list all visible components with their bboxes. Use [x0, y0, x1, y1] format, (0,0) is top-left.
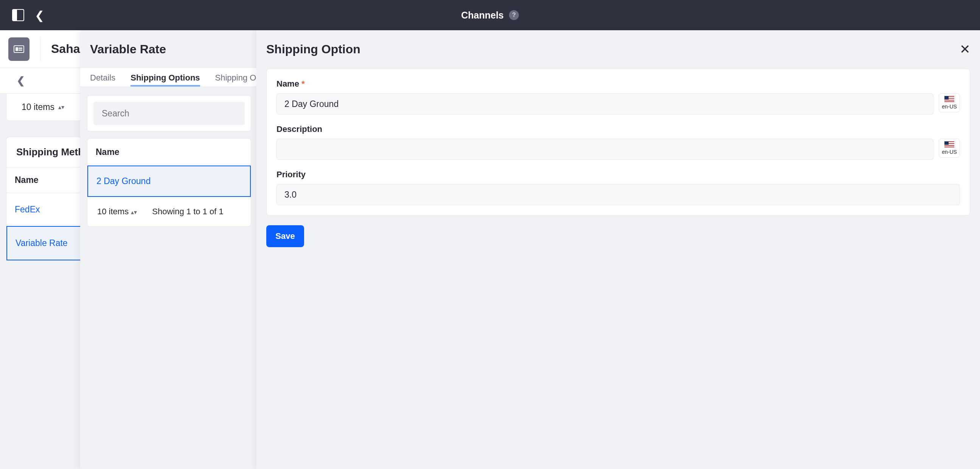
options-name-header: Name	[88, 139, 251, 166]
flag-icon	[945, 141, 954, 147]
name-label-text: Name	[277, 79, 299, 89]
tab-details[interactable]: Details	[90, 73, 115, 87]
items-count-label: 10 items	[22, 102, 54, 112]
variable-rate-title: Variable Rate	[90, 42, 166, 56]
variable-rate-panel: Variable Rate Details Shipping Options S…	[80, 30, 258, 261]
locale-selector[interactable]: en-US	[939, 139, 960, 158]
options-table: Name 2 Day Ground	[87, 138, 251, 197]
back-icon[interactable]: ❮	[35, 9, 44, 22]
shipping-option-panel: Shipping Option ✕ Name * en-US Descripti…	[256, 30, 980, 261]
priority-field[interactable]	[277, 184, 960, 205]
save-button[interactable]: Save	[266, 225, 304, 247]
topbar-title-wrap: Channels ?	[461, 10, 519, 21]
help-icon[interactable]: ?	[509, 10, 519, 20]
page-title: Channels	[461, 10, 504, 21]
chevron-left-icon[interactable]: ❮	[17, 75, 25, 87]
channel-icon	[8, 37, 30, 61]
search-wrap	[87, 95, 251, 132]
variable-rate-header: Variable Rate	[80, 30, 258, 68]
pagination: 10 items ▴▾ Showing 1 to 1 of 1	[87, 197, 251, 227]
items-per-page[interactable]: 10 items ▴▾	[97, 207, 137, 217]
topbar: ❮ Channels ?	[0, 0, 980, 30]
showing-label: Showing 1 to 1 of 1	[152, 207, 223, 217]
tab-shipping-cutoff[interactable]: Shipping O	[215, 73, 256, 87]
items-count-label: 10 items	[97, 207, 129, 216]
sidebar-toggle-icon[interactable]	[12, 9, 24, 21]
locale-label: en-US	[942, 103, 957, 109]
name-input-row: en-US	[277, 93, 960, 114]
description-field[interactable]	[277, 139, 934, 160]
priority-input-row	[277, 184, 960, 205]
search-input[interactable]	[94, 101, 245, 125]
tabs: Details Shipping Options Shipping O	[80, 68, 258, 87]
locale-label: en-US	[942, 149, 957, 155]
close-icon[interactable]: ✕	[959, 41, 970, 57]
name-field[interactable]	[277, 93, 934, 114]
locale-selector[interactable]: en-US	[939, 93, 960, 112]
priority-label: Priority	[277, 170, 960, 179]
tab-shipping-options[interactable]: Shipping Options	[130, 73, 200, 87]
required-marker: *	[301, 79, 305, 89]
shipping-option-form: Name * en-US Description en-US Priority	[266, 69, 970, 215]
divider	[40, 37, 40, 61]
option-row[interactable]: 2 Day Ground	[88, 166, 251, 197]
shipping-option-title: Shipping Option	[266, 42, 360, 56]
sort-caret-icon: ▴▾	[58, 103, 64, 111]
shipping-option-header: Shipping Option ✕	[256, 30, 980, 68]
name-label: Name *	[277, 79, 960, 89]
description-input-row: en-US	[277, 139, 960, 160]
items-per-page[interactable]: 10 items ▴▾	[22, 102, 64, 112]
flag-icon	[945, 96, 954, 102]
description-label: Description	[277, 124, 960, 134]
sort-caret-icon: ▴▾	[131, 209, 137, 215]
mid-body: Name 2 Day Ground 10 items ▴▾ Showing 1 …	[80, 87, 258, 235]
